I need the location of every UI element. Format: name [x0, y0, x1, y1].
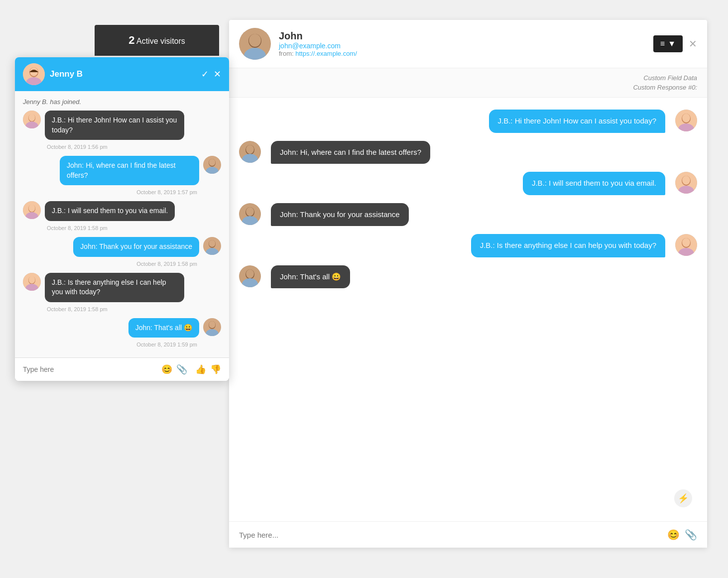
main-message-bubble: J.B.: Hi there John! How can I assist yo…	[489, 110, 666, 133]
from-label: from:	[279, 50, 294, 57]
main-header-actions: ≡ ▼ ✕	[653, 35, 697, 52]
visitors-label: Active visitors	[136, 37, 185, 45]
thumbup-icon[interactable]: 👍	[195, 364, 206, 375]
john-avatar	[239, 28, 271, 60]
main-panel-header: John john@example.com from: https://.exa…	[229, 20, 707, 68]
agent-msg-avatar	[23, 111, 41, 128]
menu-button[interactable]: ≡ ▼	[653, 35, 683, 52]
main-user-avatar	[239, 265, 261, 287]
user-info: John john@example.com from: https://.exa…	[279, 30, 653, 57]
chat-input[interactable]	[23, 365, 161, 373]
main-user-avatar	[239, 203, 261, 225]
main-message-row: John: Hi, where can I find the latest of…	[239, 141, 697, 164]
message-bubble: J.B.: Hi there John! How can I assist yo…	[45, 111, 184, 140]
main-message-text: John: That's all 😀	[280, 272, 341, 281]
message-row: John: That's all 😀	[23, 318, 221, 338]
message-text: J.B.: Is there anything else I can help …	[52, 278, 166, 296]
message-row: John: Thank you for your assistance	[23, 237, 221, 257]
from-url[interactable]: https://.example.com/	[295, 50, 357, 57]
svg-point-35	[682, 114, 690, 122]
custom-fields: Custom Field Data Custom Response #0:	[229, 68, 707, 98]
message-bubble: J.B.: Is there anything else I can help …	[45, 273, 184, 302]
message-row: J.B.: Is there anything else I can help …	[23, 273, 221, 302]
main-message-row: J.B.: Hi there John! How can I assist yo…	[239, 110, 697, 133]
main-message-row: John: That's all 😀	[239, 265, 697, 289]
main-panel-footer: 😊 📎	[229, 521, 707, 548]
message-time: October 8, 2019 1:58 pm	[23, 261, 197, 267]
close-icon[interactable]: ✕	[214, 69, 221, 80]
chat-widget-footer: 😊 📎 👍 👎	[15, 357, 229, 381]
svg-point-43	[682, 176, 690, 185]
menu-icon: ≡	[660, 39, 665, 48]
visitors-count: 2	[128, 34, 134, 46]
emoji-icon[interactable]: 😊	[161, 364, 172, 375]
main-agent-avatar	[675, 110, 697, 131]
main-agent-avatar	[675, 172, 697, 194]
main-message-row: John: Thank you for your assistance	[239, 203, 697, 227]
main-message-text: J.B.: Is there anything else I can help …	[480, 241, 656, 249]
main-message-bubble: John: Hi, where can I find the latest of…	[271, 141, 430, 164]
message-time: October 8, 2019 1:56 pm	[47, 144, 217, 150]
message-bubble: John: Hi, where can I find the latest of…	[60, 156, 199, 185]
user-msg-avatar	[203, 237, 221, 255]
message-text: J.B.: I will send them to you via email.	[52, 207, 168, 215]
main-attach-icon[interactable]: 📎	[685, 529, 697, 541]
message-row: J.B.: Hi there John! How can I assist yo…	[23, 111, 221, 140]
checkmark-icon[interactable]: ✓	[201, 69, 209, 80]
main-user-avatar	[239, 141, 261, 163]
svg-point-23	[29, 276, 35, 283]
main-panel: John john@example.com from: https://.exa…	[229, 20, 707, 548]
message-text: John: Thank you for your assistance	[80, 242, 192, 250]
svg-point-7	[29, 114, 35, 121]
message-time: October 8, 2019 1:59 pm	[23, 342, 197, 347]
main-message-text: J.B.: I will send them to you via email.	[532, 179, 656, 187]
main-chat-body: J.B.: Hi there John! How can I assist yo…	[229, 98, 707, 521]
joined-message: Jenny B. has joined.	[23, 98, 221, 106]
message-text: John: Hi, where can I find the latest of…	[67, 161, 176, 179]
custom-field-2: Custom Response #0:	[633, 84, 697, 91]
main-message-bubble: John: That's all 😀	[271, 265, 350, 289]
svg-point-39	[246, 145, 254, 154]
agent-avatar	[23, 63, 45, 85]
main-chat-input[interactable]	[239, 531, 667, 539]
message-time: October 8, 2019 1:58 pm	[47, 225, 217, 231]
header-actions: ✓ ✕	[201, 69, 221, 80]
agent-msg-avatar	[23, 201, 41, 219]
svg-point-31	[249, 34, 261, 47]
custom-field-1: Custom Field Data	[643, 74, 697, 82]
main-emoji-icon[interactable]: 😊	[667, 529, 680, 541]
main-message-text: John: Thank you for your assistance	[280, 210, 400, 219]
svg-point-55	[246, 269, 254, 278]
svg-point-47	[246, 207, 254, 216]
svg-point-51	[682, 238, 690, 247]
chat-widget-body: Jenny B. has joined. J.B.: Hi there John…	[15, 91, 229, 357]
message-bubble: John: That's all 😀	[128, 318, 199, 338]
chat-widget: Jenny B ✓ ✕ Jenny B. has joined. J.B.: H…	[15, 57, 229, 381]
thumbdown-icon[interactable]: 👎	[210, 364, 221, 375]
attach-icon[interactable]: 📎	[176, 364, 187, 375]
message-row: John: Hi, where can I find the latest of…	[23, 156, 221, 185]
svg-point-27	[209, 321, 216, 328]
message-bubble: John: Thank you for your assistance	[73, 237, 199, 257]
message-row: J.B.: I will send them to you via email.	[23, 201, 221, 221]
main-footer-icons: 😊 📎	[667, 529, 697, 541]
main-agent-avatar	[675, 234, 697, 256]
user-msg-avatar	[203, 156, 221, 174]
close-button[interactable]: ✕	[689, 38, 697, 50]
username: John	[279, 30, 653, 42]
message-text: John: That's all 😀	[135, 324, 192, 332]
main-message-bubble: John: Thank you for your assistance	[271, 203, 409, 227]
message-time: October 8, 2019 1:57 pm	[23, 189, 197, 195]
message-text: J.B.: Hi there John! How can I assist yo…	[52, 116, 177, 134]
main-message-bubble: J.B.: I will send them to you via email.	[523, 172, 665, 195]
lightning-button[interactable]: ⚡	[674, 489, 692, 507]
main-message-text: John: Hi, where can I find the latest of…	[280, 148, 421, 156]
main-message-row: J.B.: I will send them to you via email.	[239, 172, 697, 195]
dropdown-arrow: ▼	[668, 39, 676, 48]
svg-point-15	[29, 205, 35, 212]
agent-name: Jenny B	[50, 69, 201, 79]
main-message-text: J.B.: Hi there John! How can I assist yo…	[498, 116, 657, 125]
user-email: john@example.com	[279, 42, 653, 50]
user-from: from: https://.example.com/	[279, 50, 653, 57]
lightning-icon: ⚡	[678, 493, 689, 504]
